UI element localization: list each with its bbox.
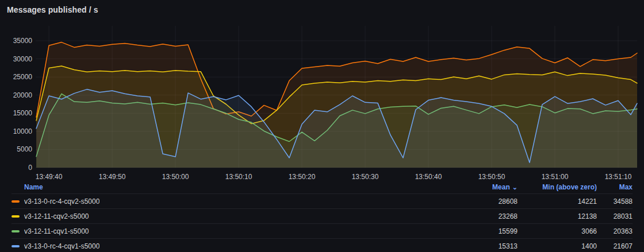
legend-row[interactable]: v3-12-11-cqv1-s5000 15599 3066 20363: [12, 223, 632, 238]
x-axis-tick-label: 13:50:20: [289, 173, 316, 181]
series-color-marker: [12, 245, 20, 247]
y-axis-tick-label: 30000: [13, 55, 33, 63]
legend-header-mean-label: Mean: [492, 183, 510, 191]
x-axis-tick-label: 13:50:40: [415, 173, 442, 181]
legend-row[interactable]: v3-13-0-rc-4-cqv1-s5000 15313 1400 21607: [12, 238, 632, 252]
series-min-value: 14221: [518, 197, 597, 206]
legend-rows: v3-13-0-rc-4-cqv2-s5000 28608 14221 3458…: [12, 193, 632, 252]
y-axis-tick-label: 0: [28, 164, 32, 172]
series-name[interactable]: v3-13-0-rc-4-cqv2-s5000: [24, 197, 99, 206]
x-axis-tick-label: 13:51:00: [542, 173, 569, 181]
chart-area: 0500010000150002000025000300003500013:49…: [0, 23, 644, 181]
series-max-value: 20363: [597, 227, 632, 235]
y-axis-tick-label: 20000: [13, 91, 33, 99]
series-max-value: 21607: [597, 242, 632, 250]
legend-row[interactable]: v3-13-0-rc-4-cqv2-s5000 28608 14221 3458…: [12, 193, 632, 208]
series-color-marker: [12, 200, 20, 203]
legend-header-mean[interactable]: Mean⌄: [466, 183, 518, 191]
series-max-value: 34588: [597, 197, 632, 206]
panel-title[interactable]: Messages published / s: [0, 0, 644, 23]
series-color-marker: [12, 215, 20, 218]
y-axis-tick-label: 35000: [13, 37, 33, 45]
series-mean-value: 23268: [466, 212, 518, 220]
series-name[interactable]: v3-12-11-cqv2-s5000: [24, 212, 89, 220]
x-axis-tick-label: 13:50:00: [162, 173, 189, 181]
sort-desc-icon: ⌄: [512, 184, 518, 191]
legend-header-min[interactable]: Min (above zero): [518, 183, 597, 191]
x-axis-tick-label: 13:50:50: [478, 173, 505, 181]
y-axis-tick-label: 10000: [13, 127, 33, 135]
legend-table: Name Mean⌄ Min (above zero) Max v3-13-0-…: [0, 181, 644, 252]
legend-header: Name Mean⌄ Min (above zero) Max: [12, 181, 632, 193]
x-axis-tick-label: 13:49:40: [36, 173, 63, 181]
series-min-value: 1400: [518, 242, 597, 250]
series-mean-value: 15313: [466, 242, 518, 250]
series-mean-value: 15599: [466, 227, 518, 235]
grafana-panel: Messages published / s 05000100001500020…: [0, 0, 644, 252]
series-name[interactable]: v3-13-0-rc-4-cqv1-s5000: [24, 242, 99, 250]
y-axis-tick-label: 25000: [13, 73, 33, 81]
x-axis-tick-label: 13:50:30: [352, 173, 379, 181]
x-axis-tick-label: 13:49:50: [99, 173, 126, 181]
y-axis-tick-label: 15000: [13, 109, 33, 117]
legend-header-name[interactable]: Name: [12, 183, 466, 191]
timeseries-chart[interactable]: 0500010000150002000025000300003500013:49…: [0, 23, 644, 181]
series-mean-value: 28608: [466, 197, 518, 206]
series-max-value: 28031: [597, 212, 632, 220]
series-color-marker: [12, 230, 20, 232]
x-axis-tick-label: 13:50:10: [225, 173, 252, 181]
series-min-value: 3066: [518, 227, 597, 235]
series-min-value: 12138: [518, 212, 597, 220]
y-axis-tick-label: 5000: [17, 145, 32, 153]
legend-row[interactable]: v3-12-11-cqv2-s5000 23268 12138 28031: [12, 208, 632, 223]
x-axis-tick-label: 13:51:10: [605, 173, 632, 181]
series-name[interactable]: v3-12-11-cqv1-s5000: [24, 227, 89, 235]
legend-header-max[interactable]: Max: [597, 183, 632, 191]
